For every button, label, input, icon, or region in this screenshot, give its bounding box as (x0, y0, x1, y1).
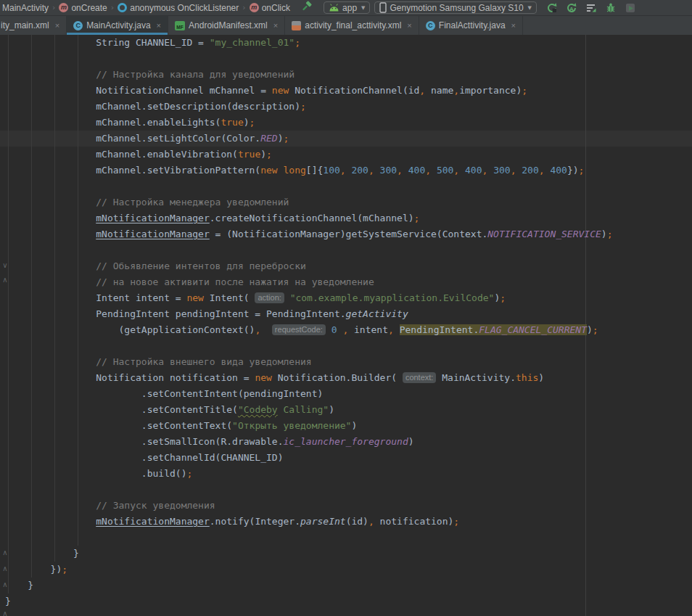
code-line (0, 482, 613, 498)
code-line: // Настройка внешнего вида уведомления (0, 354, 613, 370)
code-line: .setChannelId(CHANNEL_ID) (0, 450, 613, 466)
profiler-icon (585, 2, 597, 14)
tab-activity-main-xml[interactable]: ity_main.xml × (0, 16, 67, 35)
code-line: Notification notification = new Notifica… (0, 370, 613, 386)
code-line: }); (0, 562, 613, 578)
code-line: mNotificationManager = (NotificationMana… (0, 226, 613, 242)
code-line (0, 338, 613, 354)
code-line: // Настройка менеджера уведомлений (0, 194, 613, 210)
code-line: Intent intent = new Intent( action: "com… (0, 290, 613, 306)
code-line: } (0, 546, 613, 562)
breadcrumb-label: onCreate (71, 3, 107, 13)
rerun-app-button[interactable] (546, 2, 558, 14)
code-line: PendingIntent pendingIntent = PendingInt… (0, 306, 613, 322)
close-icon[interactable]: × (273, 21, 278, 30)
code-line: } (0, 578, 613, 594)
device-label: Genymotion Samsung Galaxy S10 (390, 3, 523, 13)
debug-bug-icon (605, 2, 617, 14)
xml-file-icon (292, 21, 301, 30)
run-actions: A (546, 2, 636, 14)
tab-label: FinalActtivity.java (439, 20, 506, 30)
attach-debugger-button[interactable] (625, 2, 636, 14)
anonymous-class-icon (118, 3, 127, 12)
close-icon[interactable]: × (511, 21, 516, 30)
breadcrumb-item-onclick[interactable]: m onClick (249, 3, 291, 13)
build-button[interactable] (301, 1, 313, 15)
apply-code-changes-button[interactable]: A (566, 2, 577, 14)
fold-marker-icon[interactable]: ∧ (1, 609, 9, 616)
code-line: NotificationChannel mChannel = new Notif… (0, 83, 613, 99)
breadcrumb-separator: › (52, 3, 55, 12)
breadcrumb-item-anonymous-class[interactable]: anonymous OnClickListener (117, 3, 239, 13)
code-line (0, 530, 613, 546)
tab-label: MainActivity.java (86, 20, 150, 30)
attach-debugger-icon (625, 2, 636, 14)
chevron-down-icon: ▼ (528, 5, 532, 11)
code-line: mNotificationManager.createNotificationC… (0, 210, 613, 226)
svg-text:A: A (569, 5, 574, 12)
java-class-icon: C (73, 21, 83, 30)
code-line: // Обьявление интентов для переброски (0, 258, 613, 274)
tab-androidmanifest-xml[interactable]: MF AndroidManifest.xml × (168, 16, 285, 35)
phone-icon (379, 2, 387, 13)
code-line: mChannel.setLightColor(Color.RED); (0, 131, 613, 147)
close-icon[interactable]: × (157, 21, 161, 30)
editor: ∨ ∧ ∧ ∧ ∧ ∧ String CHANNEL_ID = "my_chan… (0, 35, 692, 616)
code-line: } (0, 594, 613, 609)
method-icon: m (250, 3, 259, 12)
code-line: .setContentIntent(pendingIntent) (0, 386, 613, 402)
breadcrumb: MainActivity › m onCreate › anonymous On… (1, 3, 291, 13)
top-toolbar: MainActivity › m onCreate › anonymous On… (0, 0, 692, 16)
breadcrumb-label: anonymous OnClickListener (130, 3, 239, 13)
breadcrumb-separator: › (111, 3, 114, 12)
manifest-file-icon: MF (175, 21, 185, 30)
tab-mainactivity-java[interactable]: C MainActivity.java × (67, 16, 168, 35)
run-configuration-select[interactable]: app ▼ (324, 1, 370, 14)
tab-label: ity_main.xml (1, 20, 49, 30)
close-icon[interactable]: × (407, 21, 411, 30)
code-line: String CHANNEL_ID = "my_channel_01"; (0, 35, 613, 51)
code-line: // на новое активити после нажатия на ув… (0, 274, 613, 290)
tab-label: AndroidManifest.xml (189, 20, 268, 30)
profiler-button[interactable] (585, 2, 597, 14)
run-configuration-label: app (342, 3, 357, 13)
code-line (0, 242, 613, 258)
code-line: .setContentTitle("Codeby Calling") (0, 402, 613, 418)
breadcrumb-label: MainActivity (2, 3, 49, 13)
breadcrumb-label: onClick (262, 3, 290, 13)
code-line: mChannel.setVibrationPattern(new long[]{… (0, 163, 613, 178)
tab-finalacttivity-java[interactable]: C FinalActtivity.java × (419, 16, 523, 35)
code-line: .setSmallIcon(R.drawable.ic_launcher_for… (0, 434, 613, 450)
chevron-down-icon: ▼ (361, 5, 365, 11)
device-select[interactable]: Genymotion Samsung Galaxy S10 ▼ (374, 1, 537, 14)
code-line: mChannel.enableVibration(true); (0, 147, 613, 163)
tab-label: activity_final_acttivity.xml (305, 20, 401, 30)
code-line: // Настройка канала для уведомлений (0, 67, 613, 83)
code-line: .setContentText("Открыть уведомление") (0, 418, 613, 434)
code-line: (getApplicationContext(), requestCode: 0… (0, 322, 613, 338)
tab-activity-final-acttivity-xml[interactable]: activity_final_acttivity.xml × (285, 16, 419, 35)
method-icon: m (59, 3, 68, 12)
debug-button[interactable] (605, 2, 617, 14)
breadcrumb-item-oncreate[interactable]: m onCreate (58, 3, 107, 13)
apply-changes-icon: A (566, 2, 577, 14)
code-line: mChannel.setDescription(description); (0, 99, 613, 115)
code-line: mChannel.enableLights(true); (0, 115, 613, 131)
close-icon[interactable]: × (55, 21, 59, 30)
hammer-icon (301, 1, 313, 12)
code-line (0, 51, 613, 67)
code-line: // Запуск уведомления (0, 498, 613, 514)
rerun-icon (546, 2, 558, 14)
java-class-icon: C (426, 21, 435, 30)
code-area[interactable]: String CHANNEL_ID = "my_channel_01"; // … (0, 35, 613, 609)
android-icon (329, 4, 339, 12)
breadcrumb-item-class[interactable]: MainActivity (1, 3, 49, 13)
code-line: mNotificationManager.notify(Integer.pars… (0, 514, 613, 530)
code-line (0, 178, 613, 194)
breadcrumb-separator: › (242, 3, 245, 12)
code-line: .build(); (0, 466, 613, 482)
editor-tabs: ity_main.xml × C MainActivity.java × MF … (0, 16, 692, 35)
